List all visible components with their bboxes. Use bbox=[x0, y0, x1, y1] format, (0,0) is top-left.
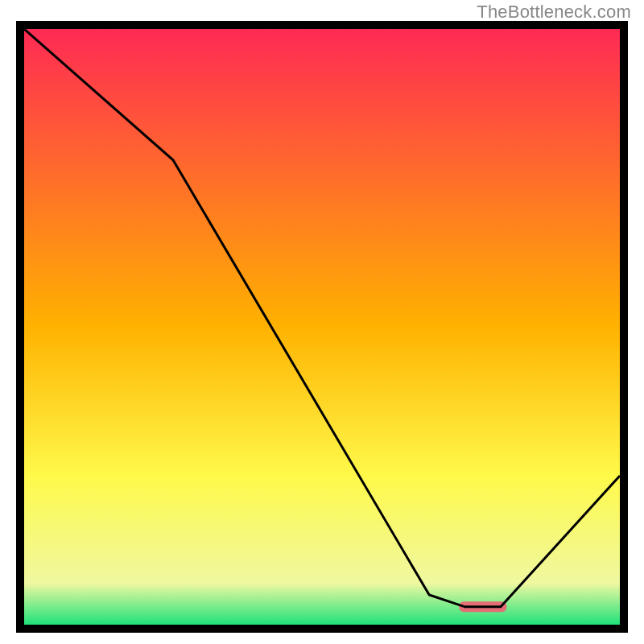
bottleneck-chart bbox=[24, 29, 620, 625]
watermark-text: TheBottleneck.com bbox=[477, 2, 631, 23]
chart-frame bbox=[16, 21, 628, 633]
chart-background bbox=[24, 29, 620, 625]
